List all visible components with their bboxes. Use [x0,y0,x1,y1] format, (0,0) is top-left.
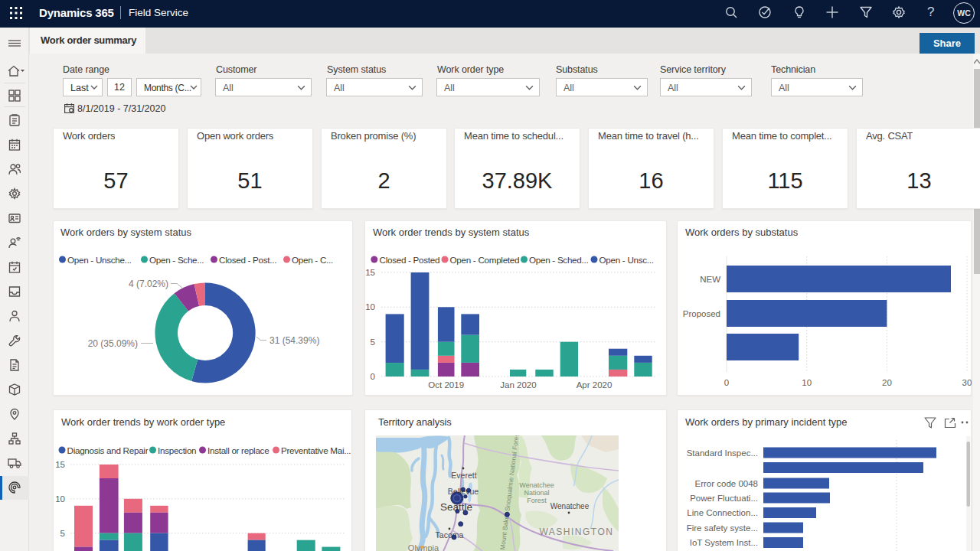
svg-text:NEW: NEW [700,275,720,284]
svg-text:10: 10 [365,302,375,311]
svg-text:10: 10 [802,378,812,387]
svg-text:Closed - Posted: Closed - Posted [380,255,440,265]
svg-text:Work orders by system status: Work orders by system status [60,227,191,238]
svg-text:20: 20 [882,378,892,387]
svg-text:Install or replace: Install or replace [207,445,269,455]
svg-text:4 (7.02%): 4 (7.02%) [129,279,168,289]
svg-text:20 (35.09%): 20 (35.09%) [88,338,138,349]
svg-text:Line Connection...: Line Connection... [687,508,758,517]
svg-text:Preventative Mai...: Preventative Mai... [281,445,351,455]
svg-text:0: 0 [724,378,729,387]
svg-text:5: 5 [371,337,375,347]
svg-text:Work orders by primary inciden: Work orders by primary incident type [685,416,847,428]
svg-text:Closed - Post...: Closed - Post... [219,255,276,265]
svg-text:31 (54.39%): 31 (54.39%) [270,335,319,346]
svg-text:5: 5 [60,529,65,538]
svg-text:Wenatchee: Wenatchee [519,481,554,489]
svg-text:Work orders by substatus: Work orders by substatus [685,227,799,238]
svg-text:10: 10 [55,494,65,504]
svg-text:Open - Unsche...: Open - Unsche... [67,255,132,265]
svg-text:Inspection: Inspection [158,445,196,455]
svg-text:0: 0 [371,372,375,381]
svg-text:National: National [524,489,549,497]
svg-text:Wenatchee: Wenatchee [550,502,590,510]
svg-text:30: 30 [962,378,972,387]
svg-text:15: 15 [365,268,375,277]
svg-text:Proposed: Proposed [683,309,720,318]
svg-text:Open - Unsc...: Open - Unsc... [599,255,654,265]
svg-text:Open - C...: Open - C... [292,255,333,265]
svg-text:Fire safety syste...: Fire safety syste... [687,523,758,533]
svg-text:Power Fluctuati...: Power Fluctuati... [690,494,758,503]
svg-text:Everett: Everett [451,471,476,480]
svg-text:Oct 2019: Oct 2019 [428,380,464,390]
svg-text:Standard Inspec...: Standard Inspec... [687,448,758,458]
svg-text:Work order trends by work orde: Work order trends by work order type [61,416,225,428]
svg-text:Forest: Forest [527,497,547,504]
svg-text:Apr 2020: Apr 2020 [577,380,612,390]
svg-text:Diagnosis and Repair: Diagnosis and Repair [67,445,149,455]
svg-text:IoT System Inst...: IoT System Inst... [690,538,758,547]
svg-text:Open - Sched...: Open - Sched... [529,255,588,265]
svg-text:Tacoma: Tacoma [436,530,464,540]
svg-text:WASHINGTON: WASHINGTON [539,527,613,537]
svg-text:Jan 2020: Jan 2020 [500,380,536,390]
svg-text:Olympia: Olympia [408,543,439,551]
svg-text:Error code 0048: Error code 0048 [695,479,758,488]
svg-text:Open - Sche...: Open - Sche... [149,255,204,265]
svg-text:15: 15 [55,460,65,469]
svg-text:Work order trends by system st: Work order trends by system status [373,227,530,238]
svg-text:Open - Completed: Open - Completed [450,255,520,265]
